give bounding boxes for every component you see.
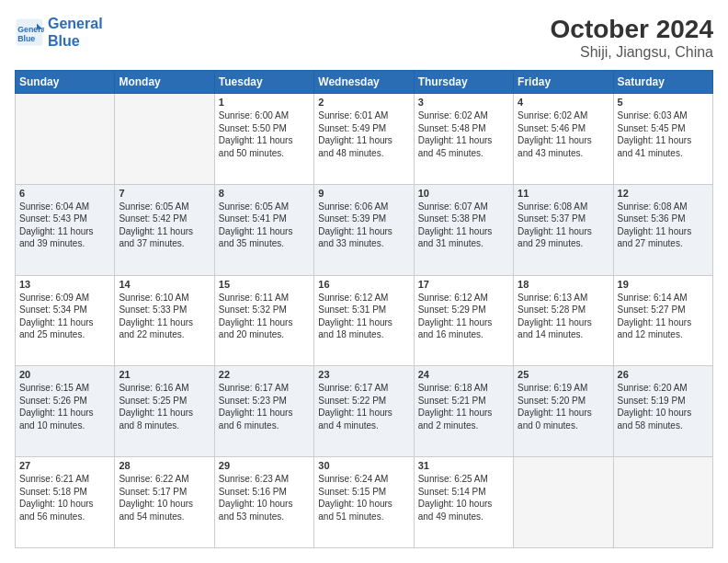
table-row: 13Sunrise: 6:09 AM Sunset: 5:34 PM Dayli… — [16, 275, 115, 366]
table-row: 9Sunrise: 6:06 AM Sunset: 5:39 PM Daylig… — [314, 184, 414, 275]
day-number: 6 — [19, 188, 110, 199]
day-info: Sunrise: 6:20 AM Sunset: 5:19 PM Dayligh… — [618, 382, 709, 431]
day-info: Sunrise: 6:15 AM Sunset: 5:26 PM Dayligh… — [19, 382, 110, 431]
table-row: 7Sunrise: 6:05 AM Sunset: 5:42 PM Daylig… — [115, 184, 214, 275]
table-row: 23Sunrise: 6:17 AM Sunset: 5:22 PM Dayli… — [314, 366, 414, 457]
day-info: Sunrise: 6:13 AM Sunset: 5:28 PM Dayligh… — [518, 292, 609, 341]
logo: General Blue General Blue — [15, 15, 103, 50]
day-info: Sunrise: 6:05 AM Sunset: 5:41 PM Dayligh… — [219, 201, 310, 250]
col-friday: Friday — [514, 71, 613, 94]
col-wednesday: Wednesday — [314, 71, 414, 94]
table-row: 6Sunrise: 6:04 AM Sunset: 5:43 PM Daylig… — [16, 184, 115, 275]
table-row — [16, 94, 115, 185]
table-row: 25Sunrise: 6:19 AM Sunset: 5:20 PM Dayli… — [514, 366, 613, 457]
page-subtitle: Shiji, Jiangsu, China — [551, 44, 713, 61]
day-info: Sunrise: 6:02 AM Sunset: 5:46 PM Dayligh… — [518, 109, 609, 159]
day-info: Sunrise: 6:18 AM Sunset: 5:21 PM Dayligh… — [418, 382, 509, 431]
day-number: 4 — [518, 97, 609, 108]
col-saturday: Saturday — [613, 71, 712, 94]
calendar-table: Sunday Monday Tuesday Wednesday Thursday… — [15, 70, 713, 548]
day-info: Sunrise: 6:05 AM Sunset: 5:42 PM Dayligh… — [119, 201, 210, 250]
day-info: Sunrise: 6:01 AM Sunset: 5:49 PM Dayligh… — [318, 109, 409, 159]
page: General Blue General Blue October 2024 S… — [0, 0, 728, 563]
logo-general: General — [48, 15, 103, 32]
table-row: 29Sunrise: 6:23 AM Sunset: 5:16 PM Dayli… — [214, 457, 313, 548]
day-info: Sunrise: 6:02 AM Sunset: 5:48 PM Dayligh… — [418, 109, 509, 159]
calendar-week-row: 27Sunrise: 6:21 AM Sunset: 5:18 PM Dayli… — [16, 457, 713, 548]
day-number: 17 — [418, 279, 509, 290]
table-row: 24Sunrise: 6:18 AM Sunset: 5:21 PM Dayli… — [414, 366, 513, 457]
day-number: 12 — [618, 188, 709, 199]
day-info: Sunrise: 6:07 AM Sunset: 5:38 PM Dayligh… — [418, 201, 509, 250]
day-number: 27 — [19, 460, 110, 471]
table-row: 31Sunrise: 6:25 AM Sunset: 5:14 PM Dayli… — [414, 457, 513, 548]
day-info: Sunrise: 6:03 AM Sunset: 5:45 PM Dayligh… — [618, 109, 709, 159]
day-number: 8 — [219, 188, 310, 199]
table-row: 21Sunrise: 6:16 AM Sunset: 5:25 PM Dayli… — [115, 366, 214, 457]
day-number: 15 — [219, 279, 310, 290]
calendar-week-row: 13Sunrise: 6:09 AM Sunset: 5:34 PM Dayli… — [16, 275, 713, 366]
day-info: Sunrise: 6:17 AM Sunset: 5:22 PM Dayligh… — [318, 382, 409, 431]
day-info: Sunrise: 6:19 AM Sunset: 5:20 PM Dayligh… — [518, 382, 609, 431]
day-number: 16 — [318, 279, 409, 290]
day-number: 22 — [219, 369, 310, 380]
day-info: Sunrise: 6:09 AM Sunset: 5:34 PM Dayligh… — [19, 292, 110, 341]
table-row: 10Sunrise: 6:07 AM Sunset: 5:38 PM Dayli… — [414, 184, 513, 275]
table-row — [115, 94, 214, 185]
day-number: 5 — [618, 97, 709, 108]
day-number: 23 — [318, 369, 409, 380]
title-block: October 2024 Shiji, Jiangsu, China — [551, 15, 713, 61]
day-info: Sunrise: 6:00 AM Sunset: 5:50 PM Dayligh… — [219, 109, 310, 159]
day-number: 19 — [618, 279, 709, 290]
table-row: 14Sunrise: 6:10 AM Sunset: 5:33 PM Dayli… — [115, 275, 214, 366]
day-number: 3 — [418, 97, 509, 108]
table-row: 8Sunrise: 6:05 AM Sunset: 5:41 PM Daylig… — [214, 184, 313, 275]
svg-text:Blue: Blue — [17, 34, 35, 43]
table-row: 11Sunrise: 6:08 AM Sunset: 5:37 PM Dayli… — [514, 184, 613, 275]
svg-text:General: General — [17, 25, 44, 34]
day-number: 7 — [119, 188, 210, 199]
day-number: 11 — [518, 188, 609, 199]
table-row: 28Sunrise: 6:22 AM Sunset: 5:17 PM Dayli… — [115, 457, 214, 548]
day-info: Sunrise: 6:06 AM Sunset: 5:39 PM Dayligh… — [318, 201, 409, 250]
table-row: 22Sunrise: 6:17 AM Sunset: 5:23 PM Dayli… — [214, 366, 313, 457]
day-number: 9 — [318, 188, 409, 199]
day-number: 30 — [318, 460, 409, 471]
day-info: Sunrise: 6:08 AM Sunset: 5:37 PM Dayligh… — [518, 201, 609, 250]
day-info: Sunrise: 6:16 AM Sunset: 5:25 PM Dayligh… — [119, 382, 210, 431]
header: General Blue General Blue October 2024 S… — [15, 15, 713, 61]
logo-blue: Blue — [48, 32, 103, 50]
table-row: 5Sunrise: 6:03 AM Sunset: 5:45 PM Daylig… — [613, 94, 712, 185]
day-info: Sunrise: 6:08 AM Sunset: 5:36 PM Dayligh… — [618, 201, 709, 250]
table-row: 2Sunrise: 6:01 AM Sunset: 5:49 PM Daylig… — [314, 94, 414, 185]
table-row — [514, 457, 613, 548]
table-row: 19Sunrise: 6:14 AM Sunset: 5:27 PM Dayli… — [613, 275, 712, 366]
day-number: 21 — [119, 369, 210, 380]
day-number: 1 — [219, 97, 310, 108]
table-row: 16Sunrise: 6:12 AM Sunset: 5:31 PM Dayli… — [314, 275, 414, 366]
day-info: Sunrise: 6:23 AM Sunset: 5:16 PM Dayligh… — [219, 473, 310, 523]
logo-icon: General Blue — [15, 17, 44, 47]
day-number: 14 — [119, 279, 210, 290]
day-number: 2 — [318, 97, 409, 108]
day-info: Sunrise: 6:17 AM Sunset: 5:23 PM Dayligh… — [219, 382, 310, 431]
col-monday: Monday — [115, 71, 214, 94]
table-row: 17Sunrise: 6:12 AM Sunset: 5:29 PM Dayli… — [414, 275, 513, 366]
day-info: Sunrise: 6:25 AM Sunset: 5:14 PM Dayligh… — [418, 473, 509, 523]
day-info: Sunrise: 6:21 AM Sunset: 5:18 PM Dayligh… — [19, 473, 110, 523]
table-row: 20Sunrise: 6:15 AM Sunset: 5:26 PM Dayli… — [16, 366, 115, 457]
table-row: 26Sunrise: 6:20 AM Sunset: 5:19 PM Dayli… — [613, 366, 712, 457]
table-row: 1Sunrise: 6:00 AM Sunset: 5:50 PM Daylig… — [214, 94, 313, 185]
day-number: 31 — [418, 460, 509, 471]
table-row — [613, 457, 712, 548]
day-number: 18 — [518, 279, 609, 290]
table-row: 12Sunrise: 6:08 AM Sunset: 5:36 PM Dayli… — [613, 184, 712, 275]
col-tuesday: Tuesday — [214, 71, 313, 94]
calendar-week-row: 6Sunrise: 6:04 AM Sunset: 5:43 PM Daylig… — [16, 184, 713, 275]
col-thursday: Thursday — [414, 71, 513, 94]
table-row: 4Sunrise: 6:02 AM Sunset: 5:46 PM Daylig… — [514, 94, 613, 185]
calendar-week-row: 1Sunrise: 6:00 AM Sunset: 5:50 PM Daylig… — [16, 94, 713, 185]
day-info: Sunrise: 6:10 AM Sunset: 5:33 PM Dayligh… — [119, 292, 210, 341]
page-title: October 2024 — [551, 15, 713, 44]
table-row: 27Sunrise: 6:21 AM Sunset: 5:18 PM Dayli… — [16, 457, 115, 548]
